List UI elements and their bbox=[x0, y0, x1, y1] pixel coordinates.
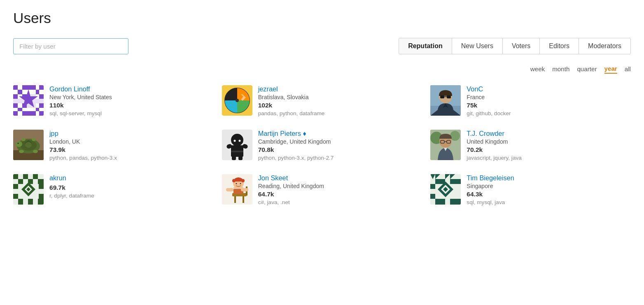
page-title: Users bbox=[13, 10, 631, 26]
svg-rect-145 bbox=[450, 199, 455, 205]
user-name-akrun[interactable]: akrun bbox=[49, 174, 66, 182]
svg-rect-35 bbox=[22, 111, 27, 116]
user-rep-jpp: 73.9k bbox=[49, 146, 214, 154]
user-card-timbiegeleisen: Tim Biegeleisen Singapore 64.3k sql, mys… bbox=[430, 174, 631, 205]
tab-new-users[interactable]: New Users bbox=[452, 38, 503, 54]
user-location-jonskeet: Reading, United Kingdom bbox=[258, 183, 422, 189]
user-rep-tjcrowder: 70.2k bbox=[467, 146, 631, 154]
avatar-akrun bbox=[13, 174, 44, 205]
avatar-jonskeet bbox=[222, 174, 252, 205]
svg-rect-141 bbox=[430, 199, 435, 205]
time-quarter[interactable]: quarter bbox=[577, 64, 597, 74]
user-tags-jonskeet: c#, java, .net bbox=[258, 199, 422, 205]
user-card-gordon-linoff: Gordon Linoff New York, United States 11… bbox=[13, 85, 214, 116]
user-card-vonc: VonC France 75k git, github, docker bbox=[430, 85, 631, 116]
svg-rect-103 bbox=[33, 199, 38, 205]
user-info-tjcrowder: T.J. Crowder United Kingdom 70.2k javasc… bbox=[467, 130, 631, 161]
svg-rect-139 bbox=[435, 194, 440, 199]
user-name-tjcrowder[interactable]: T.J. Crowder bbox=[467, 130, 504, 137]
svg-rect-127 bbox=[435, 179, 440, 184]
user-tags-martijn: python, python-3.x, python-2.7 bbox=[258, 155, 422, 161]
svg-rect-69 bbox=[232, 155, 236, 160]
svg-rect-91 bbox=[38, 179, 44, 184]
svg-point-66 bbox=[238, 140, 240, 142]
user-card-jezrael: jezrael Bratislava, Slovakia 102k pandas… bbox=[222, 85, 422, 116]
user-info-jonskeet: Jon Skeet Reading, United Kingdom 64.7k … bbox=[258, 174, 422, 205]
user-name-jonskeet[interactable]: Jon Skeet bbox=[258, 174, 288, 182]
users-grid: Gordon Linoff New York, United States 11… bbox=[13, 85, 631, 205]
user-tags-jpp: python, pandas, python-3.x bbox=[49, 155, 214, 161]
svg-rect-9 bbox=[18, 90, 22, 94]
svg-rect-86 bbox=[13, 179, 18, 184]
svg-rect-7 bbox=[39, 85, 44, 90]
svg-point-113 bbox=[232, 179, 236, 182]
svg-rect-21 bbox=[13, 103, 18, 108]
user-card-martijn: Martijn Pieters ♦ Cambridge, United King… bbox=[222, 130, 422, 161]
svg-rect-23 bbox=[22, 103, 27, 108]
top-bar: Reputation New Users Voters Editors Mode… bbox=[13, 38, 631, 54]
user-info-timbiegeleisen: Tim Biegeleisen Singapore 64.3k sql, mys… bbox=[467, 174, 631, 205]
user-location-jpp: London, UK bbox=[49, 138, 214, 145]
user-location-timbiegeleisen: Singapore bbox=[467, 183, 631, 189]
svg-point-54 bbox=[25, 142, 32, 148]
user-info-akrun: akrun 69.7k r, dplyr, dataframe bbox=[49, 174, 214, 199]
user-name-martijn[interactable]: Martijn Pieters ♦ bbox=[258, 130, 306, 137]
svg-rect-33 bbox=[13, 111, 18, 116]
svg-rect-140 bbox=[455, 194, 461, 199]
user-card-tjcrowder: T.J. Crowder United Kingdom 70.2k javasc… bbox=[430, 130, 631, 161]
filter-input[interactable] bbox=[13, 38, 128, 54]
svg-rect-3 bbox=[22, 85, 27, 90]
svg-rect-81 bbox=[18, 174, 23, 179]
tab-reputation[interactable]: Reputation bbox=[399, 38, 452, 54]
svg-rect-10 bbox=[22, 90, 27, 94]
svg-rect-8 bbox=[13, 90, 18, 94]
svg-rect-131 bbox=[455, 179, 461, 184]
user-card-jonskeet: Jon Skeet Reading, United Kingdom 64.7k … bbox=[222, 174, 422, 205]
svg-rect-25 bbox=[39, 103, 44, 108]
tab-editors[interactable]: Editors bbox=[540, 38, 579, 54]
svg-rect-82 bbox=[23, 174, 28, 179]
svg-rect-1 bbox=[13, 85, 18, 90]
svg-rect-146 bbox=[455, 199, 461, 205]
user-location-jezrael: Bratislava, Slovakia bbox=[258, 94, 422, 100]
user-info-martijn: Martijn Pieters ♦ Cambridge, United King… bbox=[258, 130, 422, 161]
svg-point-57 bbox=[19, 150, 24, 153]
svg-rect-85 bbox=[38, 174, 44, 179]
user-tags-akrun: r, dplyr, dataframe bbox=[49, 193, 214, 199]
svg-rect-83 bbox=[28, 174, 33, 179]
time-all[interactable]: all bbox=[625, 64, 631, 74]
time-year[interactable]: year bbox=[604, 64, 617, 74]
user-name-jezrael[interactable]: jezrael bbox=[258, 85, 278, 93]
user-name-jpp[interactable]: jpp bbox=[49, 130, 58, 137]
user-card-akrun: akrun 69.7k r, dplyr, dataframe bbox=[13, 174, 214, 205]
user-name-vonc[interactable]: VonC bbox=[467, 85, 483, 93]
svg-point-116 bbox=[240, 183, 241, 184]
tab-voters[interactable]: Voters bbox=[503, 38, 540, 54]
user-tags-tjcrowder: javascript, jquery, java bbox=[467, 155, 631, 161]
svg-rect-22 bbox=[18, 103, 22, 108]
svg-point-59 bbox=[21, 138, 26, 141]
time-week[interactable]: week bbox=[530, 64, 545, 74]
svg-point-42 bbox=[236, 99, 239, 102]
svg-rect-36 bbox=[27, 111, 31, 116]
user-info-vonc: VonC France 75k git, github, docker bbox=[467, 85, 631, 116]
tab-moderators[interactable]: Moderators bbox=[579, 38, 630, 54]
user-rep-martijn: 70.8k bbox=[258, 146, 422, 154]
avatar-timbiegeleisen bbox=[430, 174, 461, 205]
svg-rect-46 bbox=[440, 95, 444, 98]
user-name-gordon-linoff[interactable]: Gordon Linoff bbox=[49, 85, 90, 93]
user-rep-jezrael: 102k bbox=[258, 102, 422, 109]
svg-rect-12 bbox=[31, 90, 36, 94]
svg-point-65 bbox=[233, 140, 236, 142]
svg-rect-118 bbox=[241, 188, 248, 191]
svg-rect-87 bbox=[18, 179, 23, 184]
svg-rect-47 bbox=[447, 95, 451, 98]
user-name-timbiegeleisen[interactable]: Tim Biegeleisen bbox=[467, 174, 514, 182]
time-month[interactable]: month bbox=[552, 64, 569, 74]
avatar-jpp bbox=[13, 130, 44, 160]
svg-rect-134 bbox=[455, 184, 461, 189]
svg-rect-19 bbox=[39, 94, 44, 99]
svg-rect-34 bbox=[18, 111, 22, 116]
avatar-vonc bbox=[430, 85, 461, 116]
user-info-gordon-linoff: Gordon Linoff New York, United States 11… bbox=[49, 85, 214, 116]
